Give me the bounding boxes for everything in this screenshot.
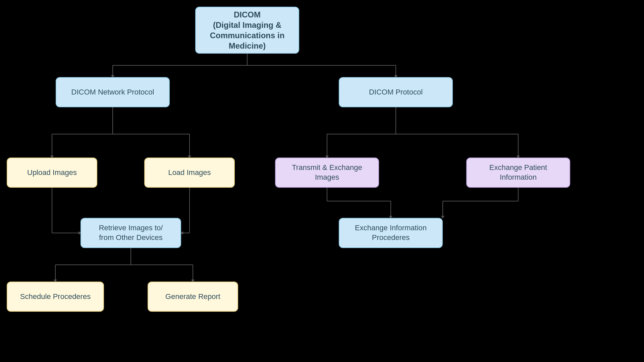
schedule-procederes-node: Schedule Procederes — [7, 282, 104, 312]
svg-marker-41 — [441, 216, 444, 219]
exchange-info-node: Exchange InformationProcederes — [339, 218, 443, 248]
root-label: DICOM(Digital Imaging &Communications in… — [202, 9, 292, 51]
upload-images-label: Upload Images — [27, 168, 77, 178]
dicom-protocol-node: DICOM Protocol — [339, 77, 453, 107]
schedule-procederes-label: Schedule Procederes — [20, 292, 91, 302]
upload-images-node: Upload Images — [7, 158, 97, 188]
exchange-patient-node: Exchange PatientInformation — [466, 158, 570, 188]
dicom-protocol-label: DICOM Protocol — [369, 87, 423, 97]
retrieve-images-node: Retrieve Images to/from Other Devices — [80, 218, 181, 248]
generate-report-label: Generate Report — [165, 292, 220, 302]
load-images-node: Load Images — [144, 158, 235, 188]
network-protocol-node: DICOM Network Protocol — [56, 77, 170, 107]
generate-report-node: Generate Report — [148, 282, 238, 312]
exchange-patient-label: Exchange PatientInformation — [489, 163, 547, 182]
network-protocol-label: DICOM Network Protocol — [71, 87, 154, 97]
load-images-label: Load Images — [168, 168, 211, 178]
exchange-info-label: Exchange InformationProcederes — [355, 223, 427, 242]
transmit-exchange-node: Transmit & ExchangeImages — [275, 158, 379, 188]
root-node: DICOM(Digital Imaging &Communications in… — [195, 7, 299, 54]
retrieve-images-label: Retrieve Images to/from Other Devices — [99, 223, 163, 242]
diagram-container: DICOM(Digital Imaging &Communications in… — [0, 0, 644, 362]
transmit-exchange-label: Transmit & ExchangeImages — [292, 163, 362, 182]
